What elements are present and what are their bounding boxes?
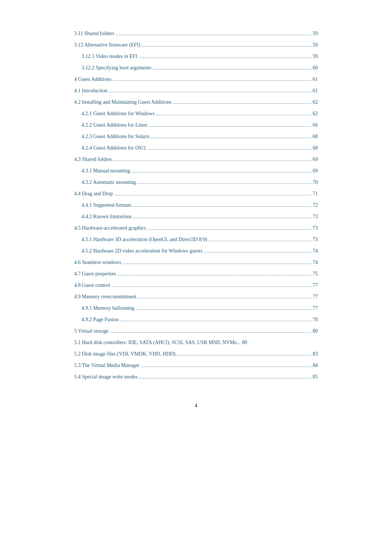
toc-entry-title: 4.2.3 Guest Additions for Solaris (74, 133, 149, 140)
toc-entry-dots (114, 195, 311, 195)
toc-entry[interactable]: 4.4.2 Known limitations73 (74, 213, 318, 220)
toc-entry-page: 72 (313, 201, 318, 209)
toc-entry-page: 73 (313, 236, 318, 243)
toc-entry[interactable]: 4.3 Shared folders69 (74, 155, 318, 163)
toc-entry[interactable]: 3.12.2 Specifying boot arguments60 (74, 64, 318, 72)
toc-entry-title: 4.9.2 Page Fusion (74, 316, 118, 323)
toc-entry[interactable]: 5.3 The Virtual Media Manager84 (74, 361, 318, 369)
toc-entry[interactable]: 4.2.4 Guest Additions for OS/268 (74, 144, 318, 152)
toc-entry[interactable]: 5.1 Hard disk controllers: IDE, SATA (AH… (74, 339, 318, 346)
toc-entry-title: 4 Guest Additions (74, 75, 111, 83)
toc-entry-page: 61 (313, 75, 318, 83)
toc-entry-dots (110, 332, 311, 333)
toc-entry[interactable]: 4.3.2 Automatic mounting70 (74, 178, 318, 186)
toc-entry-dots (116, 35, 311, 35)
toc-entry-title: 4.4.1 Supported formats (74, 201, 131, 209)
toc-entry[interactable]: 4.3.1 Manual mounting69 (74, 167, 318, 175)
toc-entry-page: 85 (313, 373, 318, 381)
toc-entry[interactable]: 4.1 Introduction61 (74, 87, 318, 95)
toc-entry-page: 62 (313, 110, 318, 117)
toc-entry-dots (137, 183, 311, 184)
toc-entry-page: 80 (242, 339, 247, 346)
toc-entry-dots (136, 309, 311, 310)
toc-entry-page: 83 (313, 350, 318, 358)
toc-entry-title: 4.2.2 Guest Additions for Linux (74, 121, 148, 129)
toc-entry[interactable]: 3.12 Alternative firmware (EFI)59 (74, 41, 318, 49)
toc-entry[interactable]: 3.11 Shared folders59 (74, 30, 318, 37)
toc-entry-page: 59 (313, 52, 318, 60)
toc-entry-title: 5.4 Special image write modes (74, 373, 138, 381)
toc-entry-dots (123, 264, 311, 264)
toc-entry-dots (139, 58, 311, 58)
toc-entry[interactable]: 3.12.1 Video modes in EFI59 (74, 52, 318, 60)
toc-entry-dots (139, 378, 311, 378)
toc-entry[interactable]: 4.2.3 Guest Additions for Solaris68 (74, 133, 318, 140)
toc-entry[interactable]: 4.5.2 Hardware 2D video acceleration for… (74, 247, 318, 255)
toc-entry[interactable]: 4 Guest Additions61 (74, 75, 318, 83)
toc-entry[interactable]: 4.6 Seamless windows74 (74, 258, 318, 266)
toc-entry[interactable]: 4.2.2 Guest Additions for Linux66 (74, 121, 318, 129)
toc-entry-dots (133, 206, 311, 207)
toc-entry-title: 4.9 Memory overcommitment (74, 293, 136, 301)
toc-entry-page: 69 (313, 167, 318, 175)
toc-entry-page: 70 (313, 178, 318, 186)
toc-entry-page: 77 (313, 281, 318, 289)
toc-entry-dots (153, 69, 311, 69)
toc-entry-dots (177, 355, 311, 356)
toc-entry-page: 77 (313, 293, 318, 301)
toc-entry-page: 69 (313, 155, 318, 163)
toc-entry-dots (133, 218, 311, 218)
toc-entry-dots (204, 252, 311, 253)
toc-entry[interactable]: 4.2.1 Guest Additions for Windows62 (74, 110, 318, 117)
toc-entry-dots (109, 92, 311, 92)
toc-entry[interactable]: 4.9.1 Memory ballooning77 (74, 304, 318, 312)
toc-entry-page: 68 (313, 133, 318, 140)
toc-entry-page: 73 (313, 224, 318, 232)
toc-entry-title: 4.5.2 Hardware 2D video acceleration for… (74, 247, 203, 255)
toc-entry-title: 5.1 Hard disk controllers: IDE, SATA (AH… (74, 339, 241, 346)
toc-entry-dots (141, 367, 311, 367)
toc-entry-dots (147, 149, 311, 150)
toc-entry-title: 4.8 Guest control (74, 281, 110, 289)
toc-entry-page: 62 (313, 98, 318, 106)
toc-entry[interactable]: 4.4.1 Supported formats72 (74, 201, 318, 209)
toc-entry[interactable]: 5 Virtual storage80 (74, 327, 318, 335)
toc-entry[interactable]: 4.4 Drag and Drop71 (74, 190, 318, 198)
toc-entry[interactable]: 4.2 Installing and Maintaining Guest Add… (74, 98, 318, 106)
toc-entry-dots (111, 286, 311, 287)
toc-entry-page: 60 (313, 64, 318, 72)
toc-entry-page: 74 (313, 247, 318, 255)
toc-entry[interactable]: 5.2 Disk image files (VDI, VMDK, VHD, HD… (74, 350, 318, 358)
toc-entry[interactable]: 4.5 Hardware-accelerated graphics73 (74, 224, 318, 232)
toc-entry-dots (131, 172, 311, 172)
toc-entry-dots (209, 241, 311, 241)
toc-entry[interactable]: 4.9.2 Page Fusion78 (74, 316, 318, 323)
toc-entry[interactable]: 4.8 Guest control77 (74, 281, 318, 289)
toc-entry-page: 75 (313, 270, 318, 278)
toc-entry[interactable]: 4.5.1 Hardware 3D acceleration (OpenGL a… (74, 236, 318, 243)
toc-entry-dots (117, 275, 311, 275)
toc-entry-title: 4.3.2 Automatic mounting (74, 178, 136, 186)
toc-entry-title: 4.1 Introduction (74, 87, 107, 95)
toc-entry-title: 4.4.2 Known limitations (74, 213, 132, 220)
toc-entry-dots (142, 46, 311, 47)
toc-entry-page: 59 (313, 41, 318, 49)
toc-entry-dots (173, 103, 311, 104)
toc-entry[interactable]: 4.9 Memory overcommitment77 (74, 293, 318, 301)
toc-entry-page: 68 (313, 144, 318, 152)
toc-entry-title: 4.2 Installing and Maintaining Guest Add… (74, 98, 172, 106)
toc-entry-title: 3.12.2 Specifying boot arguments (74, 64, 151, 72)
toc-entry-page: 66 (313, 121, 318, 129)
toc-entry-page: 73 (313, 213, 318, 220)
page-number: 4 (74, 403, 318, 409)
toc-entry-page: 84 (313, 361, 318, 369)
toc-entry-page: 78 (313, 316, 318, 323)
toc-entry[interactable]: 4.7 Guest properties75 (74, 270, 318, 278)
toc-entry-title: 4.2.4 Guest Additions for OS/2 (74, 144, 146, 152)
toc-entry[interactable]: 5.4 Special image write modes85 (74, 373, 318, 381)
toc-entry-page: 61 (313, 87, 318, 95)
toc-entry-title: 4.3 Shared folders (74, 155, 112, 163)
toc-entry-title: 4.2.1 Guest Additions for Windows (74, 110, 155, 117)
toc-entry-page: 74 (313, 258, 318, 266)
toc-entry-dots (148, 229, 311, 230)
